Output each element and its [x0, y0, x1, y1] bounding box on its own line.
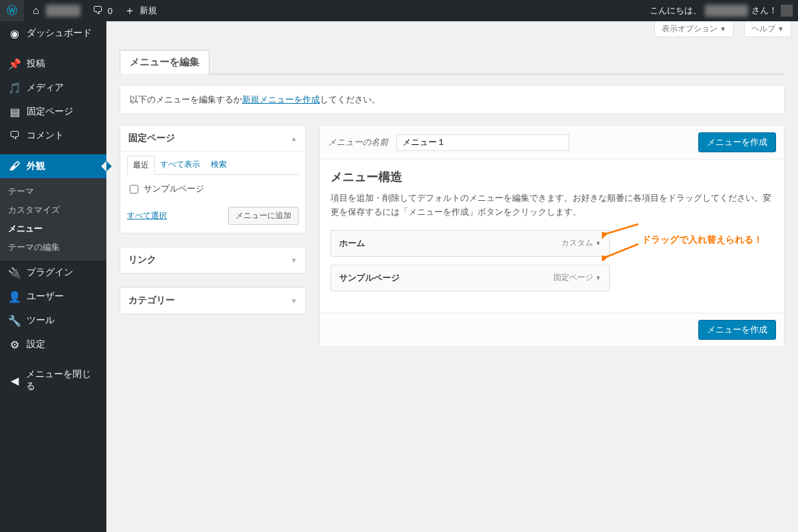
menu-item-handle[interactable]: ホーム カスタム▼: [331, 230, 610, 257]
menu-edit-footer: メニューを作成: [320, 313, 784, 346]
menu-edit-header: メニューの名前 メニューを作成: [320, 126, 784, 160]
select-all-link[interactable]: すべて選択: [127, 210, 167, 221]
sidebar-item-pages[interactable]: ▤固定ページ: [0, 100, 106, 124]
triangle-down-icon: ▼: [595, 275, 601, 281]
screen-meta-links: 表示オプション▼ ヘルプ▼: [106, 21, 798, 37]
triangle-up-icon: ▲: [291, 135, 297, 142]
postbox-pages: 固定ページ▲ 最近 すべて表示 検索 サンプルページ すべて選択: [120, 125, 306, 233]
accordion-column: 固定ページ▲ 最近 すべて表示 検索 サンプルページ すべて選択: [120, 125, 306, 347]
sidebar-item-users[interactable]: 👤ユーザー: [0, 285, 106, 309]
appearance-submenu: テーマ カスタマイズ メニュー テーマの編集: [0, 178, 106, 261]
create-new-menu-link[interactable]: 新規メニューを作成: [242, 94, 320, 104]
sidebar-item-tools[interactable]: 🔧ツール: [0, 309, 106, 332]
page-checkbox[interactable]: [130, 185, 138, 194]
plus-icon: ＋: [123, 4, 136, 17]
wordpress-icon: ⓦ: [5, 4, 19, 17]
postbox-links-toggle[interactable]: リンク▼: [120, 247, 305, 273]
current-arrow-icon: [101, 161, 106, 172]
new-content-link[interactable]: ＋ 新規: [118, 0, 162, 21]
wp-logo[interactable]: ⓦ: [0, 0, 24, 21]
pages-tab-search[interactable]: 検索: [205, 156, 232, 174]
new-label: 新規: [140, 5, 157, 17]
sidebar-item-comments[interactable]: 🗨コメント: [0, 124, 106, 148]
triangle-down-icon: ▼: [291, 297, 297, 305]
comment-icon: 🗨: [8, 129, 21, 142]
submenu-editor[interactable]: テーマの編集: [0, 238, 106, 257]
postbox-pages-toggle[interactable]: 固定ページ▲: [120, 126, 305, 152]
pushpin-icon: 📌: [8, 57, 21, 70]
annotation-text: ドラッグで入れ替えられる！: [642, 234, 763, 246]
postbox-categories-toggle[interactable]: カテゴリー▼: [120, 288, 305, 314]
site-name-link[interactable]: ⌂ サイト名: [24, 0, 86, 21]
pages-tab-all[interactable]: すべて表示: [155, 156, 205, 174]
sidebar-collapse[interactable]: ◀メニューを閉じる: [0, 363, 106, 398]
menu-name-input[interactable]: [396, 134, 569, 151]
create-menu-button-bottom[interactable]: メニューを作成: [698, 320, 776, 340]
triangle-down-icon: ▼: [291, 257, 297, 264]
menu-name-label: メニューの名前: [328, 137, 388, 147]
sidebar-item-settings[interactable]: ⚙設定: [0, 332, 106, 356]
main-content: 表示オプション▼ ヘルプ▼ メニューを編集 以下のメニューを編集するか新規メニュ…: [106, 21, 798, 532]
chevron-down-icon: ▼: [720, 25, 726, 33]
user-icon: 👤: [8, 290, 21, 303]
avatar-icon: [781, 5, 793, 17]
admin-bar: ⓦ ⌂ サイト名 🗨 0 ＋ 新規 こんにちは、 ユーザー名 さん！: [0, 0, 798, 21]
screen-options-toggle[interactable]: 表示オプション▼: [654, 21, 733, 37]
site-name-blur: サイト名: [46, 5, 80, 17]
howdy-suffix: さん！: [751, 5, 777, 17]
howdy-account[interactable]: こんにちは、 ユーザー名 さん！: [644, 0, 798, 21]
postbox-links: リンク▼: [120, 247, 306, 274]
tab-edit-menu[interactable]: メニューを編集: [120, 50, 209, 74]
add-to-menu-button[interactable]: メニューに追加: [228, 207, 299, 225]
chevron-down-icon: ▼: [777, 25, 784, 33]
page-icon: ▤: [8, 105, 21, 118]
howdy-prefix: こんにちは、: [650, 5, 702, 17]
brush-icon: 🖌: [8, 160, 21, 173]
page-checkbox-row[interactable]: サンプルページ: [127, 182, 299, 196]
manage-menus-notice: 以下のメニューを編集するか新規メニューを作成してください。: [120, 85, 785, 114]
sidebar-item-plugins[interactable]: 🔌プラグイン: [0, 261, 106, 285]
submenu-menus[interactable]: メニュー: [0, 219, 106, 238]
comment-icon: 🗨: [91, 4, 104, 17]
submenu-customize[interactable]: カスタマイズ: [0, 201, 106, 219]
svg-line-0: [605, 224, 638, 234]
sidebar-item-posts[interactable]: 📌投稿: [0, 52, 106, 76]
svg-line-1: [605, 244, 638, 257]
wrench-icon: 🔧: [8, 314, 21, 327]
help-toggle[interactable]: ヘルプ▼: [744, 21, 791, 37]
sidebar-item-media[interactable]: 🎵メディア: [0, 76, 106, 100]
annotation-arrow-icon: [602, 221, 642, 241]
media-icon: 🎵: [8, 81, 21, 94]
collapse-icon: ◀: [8, 374, 21, 387]
comments-count: 0: [108, 6, 112, 16]
howdy-name: ユーザー名: [705, 5, 748, 17]
sidebar-item-dashboard[interactable]: ◉ダッシュボード: [0, 21, 106, 45]
plugin-icon: 🔌: [8, 266, 21, 279]
sliders-icon: ⚙: [8, 338, 21, 351]
pages-tabs: 最近 すべて表示 検索: [127, 156, 299, 175]
dashboard-icon: ◉: [8, 27, 21, 40]
admin-sidebar: ◉ダッシュボード 📌投稿 🎵メディア ▤固定ページ 🗨コメント 🖌外観 テーマ …: [0, 21, 106, 532]
menu-structure-title: メニュー構造: [331, 169, 773, 185]
submenu-themes[interactable]: テーマ: [0, 182, 106, 201]
comments-link[interactable]: 🗨 0: [86, 0, 118, 21]
menu-item-handle[interactable]: サンプルページ 固定ページ▼: [331, 265, 610, 291]
menu-structure-desc: 項目を追加・削除してデフォルトのメニューを編集できます。お好きな順番に各項目をド…: [331, 192, 773, 219]
create-menu-button-top[interactable]: メニューを作成: [698, 132, 776, 152]
sidebar-item-appearance[interactable]: 🖌外観: [0, 154, 106, 178]
pages-tab-recent[interactable]: 最近: [127, 156, 155, 175]
postbox-categories: カテゴリー▼: [120, 287, 306, 315]
home-icon: ⌂: [29, 4, 43, 17]
triangle-down-icon: ▼: [595, 240, 601, 247]
annotation-arrow-icon: [602, 241, 642, 261]
nav-tab-wrapper: メニューを編集: [120, 44, 785, 74]
